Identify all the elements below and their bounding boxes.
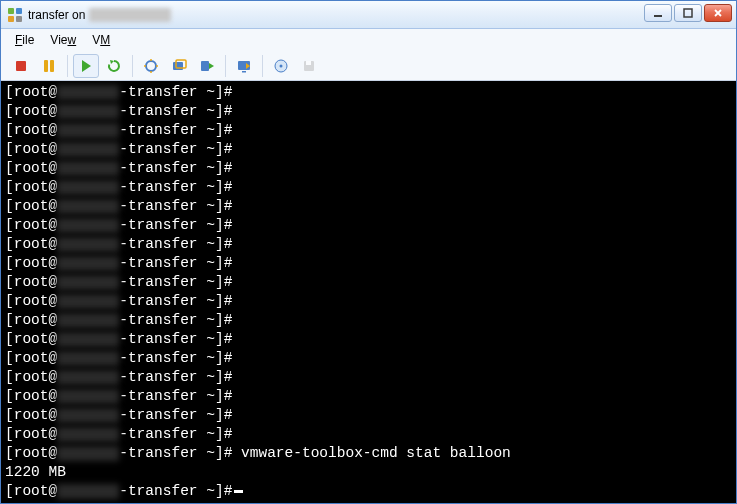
terminal-line: [root@-transfer ~]#: [5, 235, 732, 254]
terminal-line: [root@-transfer ~]#: [5, 292, 732, 311]
toolbar-separator: [225, 55, 226, 77]
play-button[interactable]: [73, 54, 99, 78]
terminal-line: [root@-transfer ~]#: [5, 159, 732, 178]
svg-marker-10: [110, 60, 114, 64]
svg-rect-4: [654, 15, 662, 17]
svg-rect-6: [16, 61, 26, 71]
hostname-redacted: [57, 294, 119, 309]
toolbar-separator: [132, 55, 133, 77]
svg-rect-2: [8, 16, 14, 22]
title-prefix: transfer on: [28, 8, 85, 22]
minimize-button[interactable]: [644, 4, 672, 22]
terminal-line: [root@-transfer ~]#: [5, 482, 732, 501]
hostname-redacted: [57, 370, 119, 385]
titlebar: transfer on: [1, 1, 736, 29]
hostname-redacted: [57, 199, 119, 214]
svg-rect-17: [242, 71, 246, 73]
console-button[interactable]: [231, 54, 257, 78]
hostname-redacted: [57, 104, 119, 119]
terminal-line: [root@-transfer ~]#: [5, 368, 732, 387]
snapshot-button[interactable]: [138, 54, 164, 78]
terminal-line: [root@-transfer ~]#: [5, 102, 732, 121]
floppy-button[interactable]: [296, 54, 322, 78]
terminal[interactable]: [root@-transfer ~]#[root@-transfer ~]#[r…: [1, 81, 736, 503]
maximize-button[interactable]: [674, 4, 702, 22]
window-controls: [644, 4, 732, 22]
hostname-redacted: [57, 180, 119, 195]
restart-button[interactable]: [101, 54, 127, 78]
terminal-line: [root@-transfer ~]# vmware-toolbox-cmd s…: [5, 444, 732, 463]
hostname-redacted: [57, 389, 119, 404]
menubar: File View VM: [1, 29, 736, 51]
svg-rect-1: [16, 8, 22, 14]
terminal-output: 1220 MB: [5, 463, 732, 482]
window-title: transfer on: [28, 8, 171, 22]
hostname-redacted: [57, 332, 119, 347]
terminal-line: [root@-transfer ~]#: [5, 349, 732, 368]
hostname-redacted: [57, 446, 119, 461]
terminal-line: [root@-transfer ~]#: [5, 140, 732, 159]
terminal-line: [root@-transfer ~]#: [5, 83, 732, 102]
menu-file[interactable]: File: [9, 31, 40, 49]
svg-rect-5: [684, 9, 692, 17]
cd-button[interactable]: [268, 54, 294, 78]
hostname-redacted: [57, 142, 119, 157]
terminal-line: [root@-transfer ~]#: [5, 330, 732, 349]
svg-point-11: [146, 61, 156, 71]
terminal-line: [root@-transfer ~]#: [5, 216, 732, 235]
terminal-line: [root@-transfer ~]#: [5, 121, 732, 140]
terminal-line: [root@-transfer ~]#: [5, 178, 732, 197]
toolbar-separator: [67, 55, 68, 77]
title-hostname-redacted: [89, 8, 171, 22]
snapshot-manager-button[interactable]: [166, 54, 192, 78]
svg-marker-15: [209, 63, 214, 69]
hostname-redacted: [57, 218, 119, 233]
stop-button[interactable]: [8, 54, 34, 78]
svg-marker-9: [82, 60, 91, 72]
toolbar-separator: [262, 55, 263, 77]
svg-rect-3: [16, 16, 22, 22]
hostname-redacted: [57, 85, 119, 100]
revert-button[interactable]: [194, 54, 220, 78]
hostname-redacted: [57, 351, 119, 366]
hostname-redacted: [57, 161, 119, 176]
terminal-line: [root@-transfer ~]#: [5, 197, 732, 216]
hostname-redacted: [57, 484, 119, 499]
terminal-line: [root@-transfer ~]#: [5, 425, 732, 444]
cursor: [234, 490, 243, 493]
terminal-line: [root@-transfer ~]#: [5, 387, 732, 406]
hostname-redacted: [57, 313, 119, 328]
terminal-line: [root@-transfer ~]#: [5, 273, 732, 292]
hostname-redacted: [57, 275, 119, 290]
hostname-redacted: [57, 408, 119, 423]
hostname-redacted: [57, 427, 119, 442]
close-button[interactable]: [704, 4, 732, 22]
terminal-line: [root@-transfer ~]#: [5, 311, 732, 330]
hostname-redacted: [57, 256, 119, 271]
svg-rect-14: [201, 61, 209, 71]
svg-rect-12: [173, 62, 183, 70]
terminal-line: [root@-transfer ~]#: [5, 406, 732, 425]
menu-vm[interactable]: VM: [86, 31, 116, 49]
svg-rect-8: [50, 60, 54, 72]
svg-rect-7: [44, 60, 48, 72]
toolbar: [1, 51, 736, 81]
pause-button[interactable]: [36, 54, 62, 78]
hostname-redacted: [57, 123, 119, 138]
svg-rect-0: [8, 8, 14, 14]
hostname-redacted: [57, 237, 119, 252]
terminal-line: [root@-transfer ~]#: [5, 254, 732, 273]
svg-point-20: [280, 64, 283, 67]
app-icon: [7, 7, 23, 23]
menu-view[interactable]: View: [44, 31, 82, 49]
svg-rect-22: [306, 61, 311, 65]
